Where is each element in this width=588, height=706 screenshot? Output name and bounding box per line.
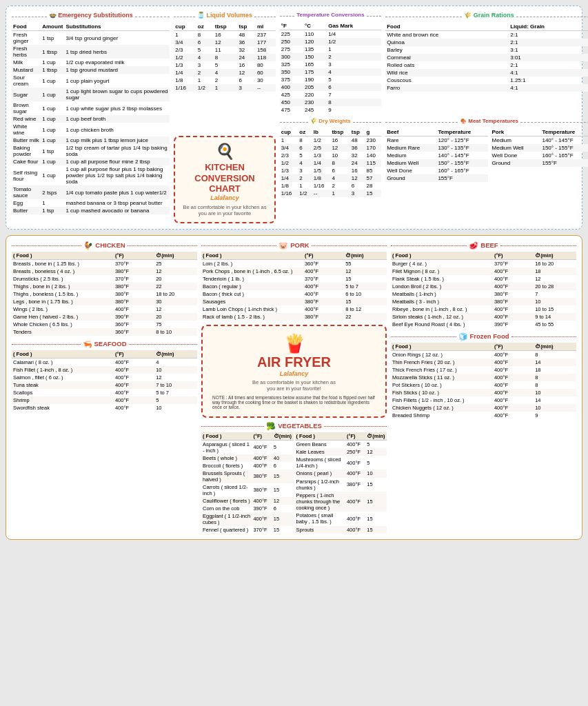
table-cell: 1/2 [327,38,381,46]
table-cell: 1/3 [174,61,196,69]
table-row: Self rising flour1 cup1 cup all purpose … [12,165,170,185]
table-cell: 400°F [493,389,534,396]
table-row: Parsnips ( 1/2-inch chunks )380°F15 [295,478,387,492]
seafood-header: 🦐 SEAFOOD [12,340,197,349]
table-cell: 7 [534,290,576,298]
table-cell: Cornmeal [385,54,509,61]
table-cell: 1 cup [41,123,64,137]
table-cell: 5 [154,396,197,404]
table-cell: Medium [491,137,541,145]
table-row: Pot Stickers ( 10 oz. )400°F8 [391,381,576,389]
table-cell: 120 [303,38,327,46]
table-row: 2251101/4 [280,30,381,39]
table-row: Quinoa2:1 [385,39,588,46]
table-cell: Baking powder [12,144,41,158]
table-cell: 1 [174,31,196,39]
table-cell: 6 [350,182,365,190]
table-cell: 40 [272,454,294,462]
grain-table: FoodLiquid: Grain White and brown rice2:… [385,23,588,92]
table-row: Tuna steak400°F7 to 10 [12,381,197,389]
table-cell: 400°F [114,358,154,366]
table-cell: 5 [272,440,294,454]
table-cell: Red wine [12,115,41,123]
table-row: Medium Well150° - 155°F [491,144,588,152]
table-cell: Thick French Fries ( 17 oz. ) [391,366,493,374]
table-cell: 14 [534,359,576,366]
table-cell: 2 [196,69,214,77]
table-row: Green Beans400°F5 [295,440,387,448]
table-cell: 2/3 [280,152,298,159]
table-cell: 1 [298,182,312,190]
table-cell: 400°F [303,283,344,290]
beef-title: BEEF [480,241,498,249]
table-cell: 1 cup milk plus 1 tbsp lemon juice [64,137,170,144]
table-cell: Medium Rare [385,144,436,152]
table-cell: 20 [154,313,197,321]
table-cell: 1/3 [312,152,331,159]
table-cell: 10 [330,152,349,159]
table-cell: Kale Leaves [295,448,345,456]
table-cell: 1 [280,137,298,145]
table-cell: 1 [196,77,214,84]
table-cell: 15 [365,478,387,492]
table-cell: Ribeye , bone in ( 1-inch , 8 oz. ) [391,305,493,313]
table-cell: 2/3 [174,46,196,54]
table-cell: 150° - 155°F [436,159,487,167]
table-cell: 3 [196,61,214,69]
table-cell: 1/16 [174,84,196,92]
table-cell: 18 [534,268,576,275]
table-cell: 400°F [493,381,534,389]
table-cell: Asparagus ( sliced 1 - inch ) [201,440,252,454]
table-cell: 400°F [252,440,272,454]
table-cell: Barley [385,46,509,54]
table-row: London Broil ( 2 lbs. )400°F20 to 28 [391,283,576,290]
table-cell: 9 to 14 [534,313,576,321]
table-cell: Peppers ( 1-inch chunks through the cook… [295,492,345,512]
table-row: Medium Rare130° - 135°F [385,144,487,152]
table-cell: 380°F [252,470,272,483]
table-row: Beef Eye Round Roast ( 4 lbs. )390°F45 t… [391,321,576,328]
seafood-title: SEAFOOD [94,340,127,347]
table-cell: Calamari ( 8 oz. ) [12,358,114,366]
table-cell: 1 cup [41,88,64,101]
table-cell: 1/2 [174,54,196,61]
table-cell: 1 tsp ground mustard [64,66,170,74]
table-cell: 380°F [345,478,365,492]
table-cell: 400°F [493,366,534,374]
table-row: Medium140° - 145°F [491,137,588,145]
table-row: Peppers ( 1-inch chunks through the cook… [295,492,387,512]
table-cell: 8 to 10 [154,328,197,336]
table-cell: 400°F [345,470,365,477]
table-row: Breasts , boneless ( 4 oz. )380°F12 [12,268,197,275]
pork-header: 🐷 PORK [201,241,387,250]
table-cell: 140° - 145°F [540,137,588,145]
table-row: Medium Well150° - 155°F [385,159,487,167]
table-row: 1/161/2--1315 [280,190,381,197]
table-cell: 12 [154,374,197,381]
kitchen-chart-section: 🍳 KITCHEN CONVERSIONCHART Lalafancy Be a… [174,118,275,223]
table-row: White and brown rice2:1 [385,31,588,39]
table-row: Potatoes ( small baby , 1.5 lbs. )400°F1… [295,512,387,525]
table-row: Sirloin steaks ( 1-inch , 12 oz. )400°F9… [391,313,576,321]
table-cell: 57 [365,174,381,182]
table-cell: 1/16 [280,190,298,197]
col1-bottom: 🐓 CHICKEN ( Food ) (°F) ⏱(min) Breasts ,… [12,241,197,534]
table-row: Whole Chicken ( 6.5 lbs. )360°F75 [12,321,197,328]
table-cell: 400°F [493,359,534,366]
table-cell: 360°F [303,259,344,268]
table-row: Swordfish steak400°F10 [12,404,197,412]
table-row: Thin French Fries ( 20 oz. )400°F14 [391,359,576,366]
table-cell: 150° - 155°F [540,144,588,152]
table-row: Salmon , fillet ( 6 oz. )400°F12 [12,374,197,381]
table-cell: White and brown rice [385,31,509,39]
table-cell: Medium [385,152,436,159]
table-cell: 12 [344,268,387,275]
table-cell: 15 [344,298,387,305]
table-cell: Thighs , boneless ( 1.5 lbs. ) [12,290,114,298]
table-cell: Onions ( pearl ) [295,470,345,477]
table-cell: 7 [327,91,381,99]
kitchen-chart-title: KITCHEN CONVERSIONCHART [181,162,268,194]
table-cell: 230 [303,99,327,106]
table-cell: 5 [214,61,238,69]
table-row: Rare120° - 125°F [385,137,487,145]
